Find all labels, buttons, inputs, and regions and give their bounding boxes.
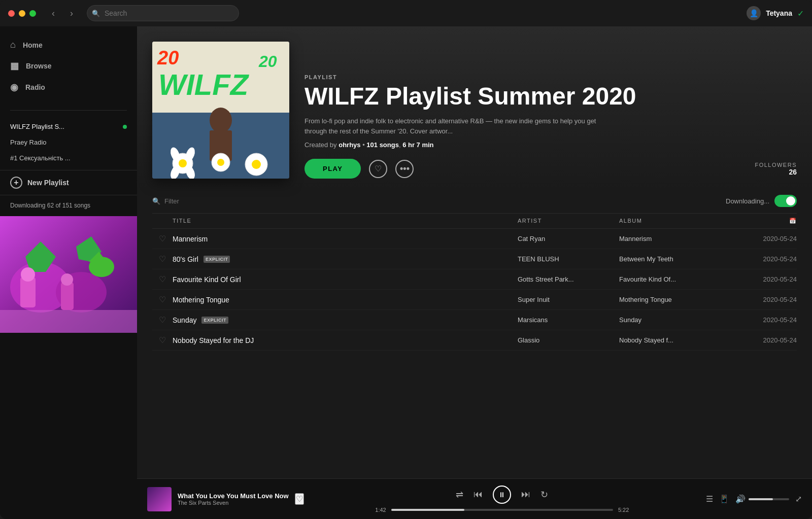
queue-button[interactable]: ☰ bbox=[706, 494, 713, 504]
calendar-icon: 📅 bbox=[789, 218, 797, 224]
playlist-song-count: 101 songs bbox=[366, 141, 399, 149]
track-title-cell: Nobody Stayed for the DJ bbox=[173, 336, 518, 344]
track-album: Sunday bbox=[619, 316, 736, 324]
sidebar-item-home-label: Home bbox=[23, 41, 43, 49]
followers-count: 26 bbox=[755, 168, 797, 176]
like-button[interactable]: ♡ bbox=[152, 254, 173, 264]
volume-wrap: 🔊 bbox=[735, 494, 789, 504]
volume-icon[interactable]: 🔊 bbox=[735, 494, 746, 504]
minimize-button[interactable] bbox=[19, 10, 25, 17]
track-album: Between My Teeth bbox=[619, 255, 736, 263]
track-title-cell: 80's Girl EXPLICIT bbox=[173, 255, 518, 263]
play-pause-button[interactable]: ⏸ bbox=[493, 486, 511, 504]
track-artist: TEEN BLUSH bbox=[518, 255, 619, 263]
svg-point-7 bbox=[21, 267, 35, 282]
download-toggle-wrap: Downloading... bbox=[726, 195, 797, 207]
like-button[interactable]: ♡ bbox=[152, 274, 173, 284]
sidebar-item-home[interactable]: ⌂ Home bbox=[0, 34, 137, 55]
svg-text:20: 20 bbox=[258, 52, 277, 71]
playlist-type-label: PLAYLIST bbox=[304, 74, 797, 80]
table-row: ♡ Favourite Kind Of Girl Gotts Street Pa… bbox=[152, 269, 797, 290]
user-avatar-icon: 👤 bbox=[747, 6, 761, 20]
svg-point-25 bbox=[252, 160, 261, 169]
track-title: Mannerism bbox=[173, 235, 208, 243]
sidebar-nav: ⌂ Home ▦ Browse ◉ Radio bbox=[0, 26, 137, 106]
more-button[interactable]: ••• bbox=[395, 160, 414, 178]
download-toggle[interactable] bbox=[774, 195, 797, 207]
like-button[interactable]: ♡ bbox=[152, 234, 173, 244]
app-container: ‹ › 🔍 👤 Tetyana ✓ ⌂ Home ▦ Browse bbox=[0, 0, 812, 519]
next-button[interactable]: ⏭ bbox=[521, 489, 530, 500]
filter-input[interactable] bbox=[164, 197, 250, 205]
sidebar-album-placeholder bbox=[0, 216, 137, 333]
playlist-active-dot bbox=[123, 125, 127, 129]
svg-point-21 bbox=[179, 159, 187, 167]
titlebar: ‹ › 🔍 👤 Tetyana ✓ bbox=[0, 0, 812, 26]
followers-label: FOLLOWERS bbox=[755, 162, 797, 168]
playlist-item-wilfz[interactable]: WILFZ Playlist S... bbox=[0, 119, 137, 134]
table-row: ♡ Mothering Tongue Super Inuit Mothering… bbox=[152, 290, 797, 310]
like-button[interactable]: ♡ bbox=[152, 295, 173, 304]
play-button[interactable]: PLAY bbox=[304, 159, 361, 179]
playlist-title: WILFZ Playlist Summer 2020 bbox=[304, 83, 797, 110]
previous-button[interactable]: ⏮ bbox=[473, 489, 483, 500]
track-title: Mothering Tongue bbox=[173, 296, 229, 304]
track-table-header: TITLE ARTIST ALBUM 📅 bbox=[152, 214, 797, 229]
track-list-container: 🔍 Downloading... TITLE ARTIST ALBUM bbox=[137, 189, 812, 478]
col-header-like bbox=[152, 218, 173, 224]
forward-button[interactable]: › bbox=[64, 6, 79, 20]
sidebar-album-art bbox=[0, 216, 137, 333]
progress-fill bbox=[391, 509, 464, 511]
svg-rect-8 bbox=[61, 282, 74, 310]
downloading-label: Downloading... bbox=[726, 197, 769, 205]
col-header-date: 📅 bbox=[736, 218, 797, 224]
traffic-lights bbox=[8, 10, 36, 17]
playlist-duration: 6 hr 7 min bbox=[402, 141, 433, 149]
fullscreen-button[interactable]: ⤢ bbox=[795, 494, 802, 504]
close-button[interactable] bbox=[8, 10, 15, 17]
shuffle-button[interactable]: ⇌ bbox=[456, 489, 463, 500]
playlist-cover: 20 WILFZ 20 bbox=[152, 42, 289, 179]
maximize-button[interactable] bbox=[29, 10, 36, 17]
new-playlist-button[interactable]: + New Playlist bbox=[0, 170, 137, 195]
track-date: 2020-05-24 bbox=[736, 296, 797, 303]
track-date: 2020-05-24 bbox=[736, 316, 797, 324]
browse-icon: ▦ bbox=[10, 60, 19, 72]
sidebar-item-browse[interactable]: ▦ Browse bbox=[0, 55, 137, 77]
player-track-name: What You Love You Must Love Now bbox=[178, 492, 289, 500]
heart-button[interactable]: ♡ bbox=[369, 160, 387, 178]
search-input[interactable] bbox=[87, 5, 239, 21]
repeat-button[interactable]: ↻ bbox=[540, 489, 548, 500]
like-button[interactable]: ♡ bbox=[152, 335, 173, 345]
track-title-cell: Favourite Kind Of Girl bbox=[173, 275, 518, 284]
playlist-item-praey[interactable]: Praey Radio bbox=[0, 134, 137, 150]
player-thumb-art bbox=[147, 487, 172, 511]
track-title: Nobody Stayed for the DJ bbox=[173, 336, 254, 344]
table-row: ♡ 80's Girl EXPLICIT TEEN BLUSH Between … bbox=[152, 249, 797, 269]
player-artist-name: The Six Parts Seven bbox=[178, 500, 289, 506]
progress-bar[interactable] bbox=[391, 509, 613, 511]
col-header-artist: ARTIST bbox=[518, 218, 619, 224]
sidebar-item-radio[interactable]: ◉ Radio bbox=[0, 77, 137, 98]
sidebar-item-browse-label: Browse bbox=[26, 62, 52, 70]
playlist-description: From lo-fi pop and indie folk to electro… bbox=[304, 116, 599, 136]
like-button[interactable]: ♡ bbox=[152, 315, 173, 325]
check-icon: ✓ bbox=[797, 9, 804, 18]
svg-text:20: 20 bbox=[157, 47, 179, 68]
back-button[interactable]: ‹ bbox=[46, 6, 60, 20]
playlist-list: WILFZ Playlist S... Praey Radio #1 Сексу… bbox=[0, 115, 137, 170]
new-playlist-label: New Playlist bbox=[27, 179, 69, 187]
playlist-item-top1[interactable]: #1 Сексуальність ... bbox=[0, 150, 137, 166]
track-title-cell: Sunday EXPLICIT bbox=[173, 316, 518, 324]
download-status-text: Downloading 62 of 151 songs bbox=[10, 202, 90, 209]
volume-bar[interactable] bbox=[749, 498, 789, 500]
player-thumbnail bbox=[147, 487, 172, 511]
track-date: 2020-05-24 bbox=[736, 336, 797, 344]
volume-fill bbox=[749, 498, 773, 500]
explicit-badge: EXPLICIT bbox=[201, 317, 228, 324]
devices-button[interactable]: 📱 bbox=[719, 494, 729, 504]
player-heart-button[interactable]: ♡ bbox=[295, 493, 304, 505]
user-name: Tetyana bbox=[766, 9, 792, 17]
player-track-info: What You Love You Must Love Now The Six … bbox=[178, 492, 289, 506]
track-album: Nobody Stayed f... bbox=[619, 336, 736, 344]
